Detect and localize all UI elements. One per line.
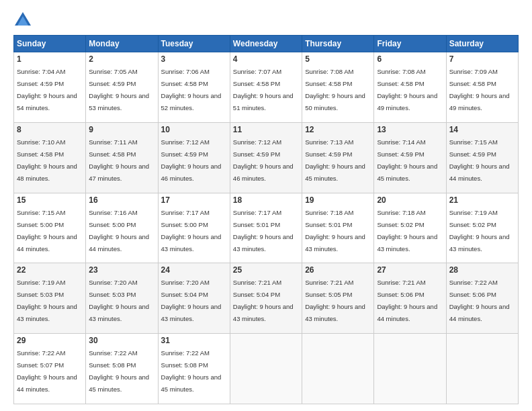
day-info: Sunrise: 7:22 AMSunset: 5:08 PMDaylight:… xyxy=(161,349,222,393)
day-number: 24 xyxy=(161,265,227,275)
logo-icon xyxy=(13,11,32,30)
day-info: Sunrise: 7:08 AMSunset: 4:58 PMDaylight:… xyxy=(305,68,365,111)
day-cell: 31 Sunrise: 7:22 AMSunset: 5:08 PMDaylig… xyxy=(158,334,230,404)
weekday-header-saturday: Saturday xyxy=(446,36,518,52)
week-row-5: 29 Sunrise: 7:22 AMSunset: 5:07 PMDaylig… xyxy=(14,334,519,404)
day-info: Sunrise: 7:12 AMSunset: 4:59 PMDaylight:… xyxy=(233,138,294,182)
day-cell: 23 Sunrise: 7:20 AMSunset: 5:03 PMDaylig… xyxy=(86,263,158,334)
day-number: 9 xyxy=(89,125,154,134)
day-cell: 12 Sunrise: 7:13 AMSunset: 4:59 PMDaylig… xyxy=(302,122,374,193)
day-number: 28 xyxy=(449,265,515,275)
weekday-header-row: SundayMondayTuesdayWednesdayThursdayFrid… xyxy=(14,36,519,52)
day-cell: 11 Sunrise: 7:12 AMSunset: 4:59 PMDaylig… xyxy=(230,122,302,193)
day-cell: 9 Sunrise: 7:11 AMSunset: 4:58 PMDayligh… xyxy=(86,122,158,193)
day-cell: 17 Sunrise: 7:17 AMSunset: 5:00 PMDaylig… xyxy=(158,193,230,263)
day-cell: 26 Sunrise: 7:21 AMSunset: 5:05 PMDaylig… xyxy=(302,263,374,334)
weekday-header-monday: Monday xyxy=(86,36,158,52)
day-number: 4 xyxy=(233,54,299,64)
day-cell: 10 Sunrise: 7:12 AMSunset: 4:59 PMDaylig… xyxy=(158,122,230,193)
week-row-1: 1 Sunrise: 7:04 AMSunset: 4:59 PMDayligh… xyxy=(14,52,519,123)
day-number: 7 xyxy=(449,54,515,64)
day-number: 15 xyxy=(17,195,83,205)
day-info: Sunrise: 7:14 AMSunset: 4:59 PMDaylight:… xyxy=(377,138,437,182)
day-info: Sunrise: 7:17 AMSunset: 5:00 PMDaylight:… xyxy=(161,209,222,253)
page: SundayMondayTuesdayWednesdayThursdayFrid… xyxy=(0,0,532,411)
day-cell: 22 Sunrise: 7:19 AMSunset: 5:03 PMDaylig… xyxy=(14,263,86,334)
day-number: 27 xyxy=(377,265,443,275)
day-number: 21 xyxy=(449,195,515,205)
day-number: 20 xyxy=(377,195,443,205)
day-info: Sunrise: 7:06 AMSunset: 4:58 PMDaylight:… xyxy=(161,68,222,111)
day-info: Sunrise: 7:15 AMSunset: 4:59 PMDaylight:… xyxy=(449,138,510,182)
day-cell: 2 Sunrise: 7:05 AMSunset: 4:59 PMDayligh… xyxy=(86,52,158,123)
day-cell: 15 Sunrise: 7:15 AMSunset: 5:00 PMDaylig… xyxy=(14,193,86,263)
day-number: 8 xyxy=(17,125,83,134)
day-info: Sunrise: 7:21 AMSunset: 5:06 PMDaylight:… xyxy=(377,279,437,322)
day-cell xyxy=(446,334,518,404)
day-number: 16 xyxy=(89,195,154,205)
weekday-header-tuesday: Tuesday xyxy=(158,36,230,52)
day-number: 25 xyxy=(233,265,299,275)
week-row-4: 22 Sunrise: 7:19 AMSunset: 5:03 PMDaylig… xyxy=(14,263,519,334)
day-number: 19 xyxy=(305,195,371,205)
day-number: 13 xyxy=(377,125,443,134)
day-info: Sunrise: 7:19 AMSunset: 5:02 PMDaylight:… xyxy=(449,209,510,253)
day-cell: 19 Sunrise: 7:18 AMSunset: 5:01 PMDaylig… xyxy=(302,193,374,263)
calendar-table: SundayMondayTuesdayWednesdayThursdayFrid… xyxy=(13,35,519,404)
day-number: 3 xyxy=(161,54,227,64)
day-number: 22 xyxy=(17,265,83,275)
day-number: 1 xyxy=(17,54,83,64)
day-number: 2 xyxy=(89,54,154,64)
day-info: Sunrise: 7:11 AMSunset: 4:58 PMDaylight:… xyxy=(89,138,149,182)
day-cell: 29 Sunrise: 7:22 AMSunset: 5:07 PMDaylig… xyxy=(14,334,86,404)
day-cell: 6 Sunrise: 7:08 AMSunset: 4:58 PMDayligh… xyxy=(374,52,446,123)
day-cell: 20 Sunrise: 7:18 AMSunset: 5:02 PMDaylig… xyxy=(374,193,446,263)
day-info: Sunrise: 7:13 AMSunset: 4:59 PMDaylight:… xyxy=(305,138,365,182)
day-cell: 14 Sunrise: 7:15 AMSunset: 4:59 PMDaylig… xyxy=(446,122,518,193)
day-info: Sunrise: 7:08 AMSunset: 4:58 PMDaylight:… xyxy=(377,68,437,111)
day-number: 17 xyxy=(161,195,227,205)
day-number: 5 xyxy=(305,54,371,64)
day-number: 30 xyxy=(89,336,154,345)
day-info: Sunrise: 7:22 AMSunset: 5:06 PMDaylight:… xyxy=(449,279,510,322)
day-info: Sunrise: 7:22 AMSunset: 5:07 PMDaylight:… xyxy=(17,349,77,393)
day-cell xyxy=(230,334,302,404)
day-info: Sunrise: 7:16 AMSunset: 5:00 PMDaylight:… xyxy=(89,209,149,253)
day-number: 29 xyxy=(17,336,83,345)
day-info: Sunrise: 7:18 AMSunset: 5:01 PMDaylight:… xyxy=(305,209,365,253)
weekday-header-wednesday: Wednesday xyxy=(230,36,302,52)
day-info: Sunrise: 7:19 AMSunset: 5:03 PMDaylight:… xyxy=(17,279,77,322)
day-info: Sunrise: 7:22 AMSunset: 5:08 PMDaylight:… xyxy=(89,349,149,393)
day-cell: 3 Sunrise: 7:06 AMSunset: 4:58 PMDayligh… xyxy=(158,52,230,123)
logo xyxy=(13,11,35,30)
day-number: 12 xyxy=(305,125,371,134)
day-info: Sunrise: 7:07 AMSunset: 4:58 PMDaylight:… xyxy=(233,68,294,111)
day-info: Sunrise: 7:18 AMSunset: 5:02 PMDaylight:… xyxy=(377,209,437,253)
day-number: 14 xyxy=(449,125,515,134)
day-cell xyxy=(302,334,374,404)
day-cell: 13 Sunrise: 7:14 AMSunset: 4:59 PMDaylig… xyxy=(374,122,446,193)
day-cell xyxy=(374,334,446,404)
day-info: Sunrise: 7:17 AMSunset: 5:01 PMDaylight:… xyxy=(233,209,294,253)
day-cell: 4 Sunrise: 7:07 AMSunset: 4:58 PMDayligh… xyxy=(230,52,302,123)
day-number: 23 xyxy=(89,265,154,275)
weekday-header-sunday: Sunday xyxy=(14,36,86,52)
day-cell: 16 Sunrise: 7:16 AMSunset: 5:00 PMDaylig… xyxy=(86,193,158,263)
day-number: 11 xyxy=(233,125,299,134)
day-info: Sunrise: 7:12 AMSunset: 4:59 PMDaylight:… xyxy=(161,138,222,182)
header xyxy=(13,11,519,30)
day-cell: 24 Sunrise: 7:20 AMSunset: 5:04 PMDaylig… xyxy=(158,263,230,334)
week-row-3: 15 Sunrise: 7:15 AMSunset: 5:00 PMDaylig… xyxy=(14,193,519,263)
day-cell: 18 Sunrise: 7:17 AMSunset: 5:01 PMDaylig… xyxy=(230,193,302,263)
day-info: Sunrise: 7:21 AMSunset: 5:05 PMDaylight:… xyxy=(305,279,365,322)
day-info: Sunrise: 7:05 AMSunset: 4:59 PMDaylight:… xyxy=(89,68,149,111)
day-cell: 5 Sunrise: 7:08 AMSunset: 4:58 PMDayligh… xyxy=(302,52,374,123)
weekday-header-thursday: Thursday xyxy=(302,36,374,52)
day-cell: 25 Sunrise: 7:21 AMSunset: 5:04 PMDaylig… xyxy=(230,263,302,334)
day-cell: 8 Sunrise: 7:10 AMSunset: 4:58 PMDayligh… xyxy=(14,122,86,193)
day-info: Sunrise: 7:04 AMSunset: 4:59 PMDaylight:… xyxy=(17,68,77,111)
day-cell: 30 Sunrise: 7:22 AMSunset: 5:08 PMDaylig… xyxy=(86,334,158,404)
weekday-header-friday: Friday xyxy=(374,36,446,52)
day-number: 10 xyxy=(161,125,227,134)
day-cell: 28 Sunrise: 7:22 AMSunset: 5:06 PMDaylig… xyxy=(446,263,518,334)
